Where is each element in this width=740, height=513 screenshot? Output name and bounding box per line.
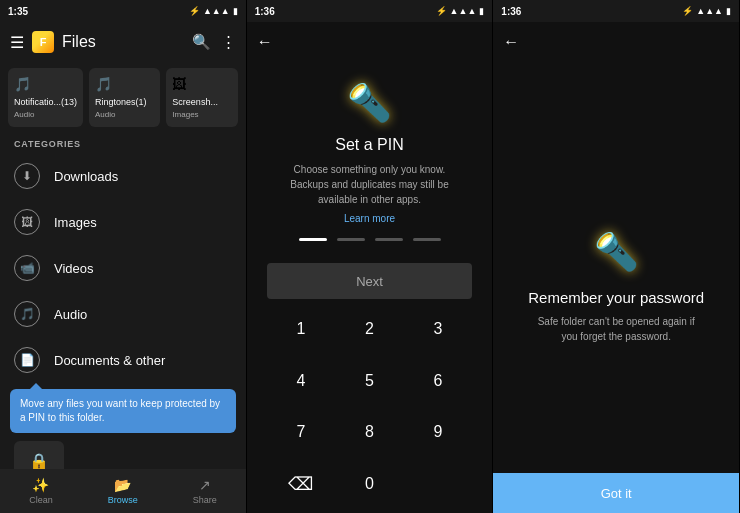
more-icon[interactable]: ⋮: [221, 33, 236, 51]
remember-trophy-icon: 🔦: [594, 231, 639, 273]
lightning-icon-p2: ⚡: [436, 6, 447, 16]
key-backspace[interactable]: ⌫: [267, 462, 336, 506]
recent-title-0: Notificatio...(13): [14, 97, 77, 107]
status-icons-p1: ⚡ ▲▲▲ ▮: [189, 6, 238, 16]
battery-icon-p2: ▮: [479, 6, 484, 16]
signal-icon-p1: ▲▲▲: [203, 6, 230, 16]
status-icons-p3: ⚡ ▲▲▲ ▮: [682, 6, 731, 16]
nav-item-audio[interactable]: 🎵 Audio: [0, 291, 246, 337]
bottom-nav-browse[interactable]: 📂 Browse: [82, 473, 164, 509]
key-empty: [404, 462, 473, 506]
status-bar-p1: 1:35 ⚡ ▲▲▲ ▮: [0, 0, 246, 22]
nav-item-images[interactable]: 🖼 Images: [0, 199, 246, 245]
download-icon: ⬇: [14, 163, 40, 189]
key-8[interactable]: 8: [335, 410, 404, 454]
panel-remember-password: 1:36 ⚡ ▲▲▲ ▮ ← 🔦 Remember your password …: [493, 0, 740, 513]
remember-password-description: Safe folder can't be opened again if you…: [536, 314, 696, 344]
status-time-p3: 1:36: [501, 6, 521, 17]
nav-label-audio: Audio: [54, 307, 87, 322]
clean-label: Clean: [29, 495, 53, 505]
key-7[interactable]: 7: [267, 410, 336, 454]
browse-icon: 📂: [114, 477, 131, 493]
set-pin-description: Choose something only you know. Backups …: [290, 162, 450, 207]
status-bar-p2: 1:36 ⚡ ▲▲▲ ▮: [247, 0, 493, 22]
images-icon: 🖼: [14, 209, 40, 235]
share-icon: ↗: [199, 477, 211, 493]
status-icons-p2: ⚡ ▲▲▲ ▮: [436, 6, 485, 16]
pin-dot-0: [299, 238, 327, 241]
app-title: Files: [62, 33, 184, 51]
status-time-p2: 1:36: [255, 6, 275, 17]
back-icon-p2[interactable]: ←: [257, 33, 273, 51]
app-logo: F: [32, 31, 54, 53]
audio-icon: 🎵: [14, 301, 40, 327]
battery-icon-p3: ▮: [726, 6, 731, 16]
back-icon-p3[interactable]: ←: [503, 33, 519, 51]
lightning-icon-p3: ⚡: [682, 6, 693, 16]
bottom-nav: ✨ Clean 📂 Browse ↗ Share: [0, 469, 246, 513]
nav-label-documents: Documents & other: [54, 353, 165, 368]
panel-files-browser: 1:35 ⚡ ▲▲▲ ▮ ☰ F Files 🔍 ⋮ 🎵 Notificatio…: [0, 0, 247, 513]
share-label: Share: [193, 495, 217, 505]
next-button[interactable]: Next: [267, 263, 473, 299]
key-0[interactable]: 0: [335, 462, 404, 506]
recents-strip: 🎵 Notificatio...(13) Audio 🎵 Ringtones(1…: [0, 62, 246, 133]
p3-body: 🔦 Remember your password Safe folder can…: [493, 62, 739, 513]
key-2[interactable]: 2: [335, 307, 404, 351]
p2-header: ←: [247, 22, 493, 62]
remember-password-title: Remember your password: [528, 289, 704, 306]
nav-item-documents[interactable]: 📄 Documents & other: [0, 337, 246, 383]
bottom-nav-share[interactable]: ↗ Share: [164, 473, 246, 509]
key-9[interactable]: 9: [404, 410, 473, 454]
status-time-p1: 1:35: [8, 6, 28, 17]
recent-item-1[interactable]: 🎵 Ringtones(1) Audio: [89, 68, 160, 127]
lightning-icon-p1: ⚡: [189, 6, 200, 16]
numpad: 1 2 3 4 5 6 7 8 9 ⌫ 0: [267, 307, 473, 513]
recent-item-2[interactable]: 🖼 Screensh... Images: [166, 68, 237, 127]
pin-dot-3: [413, 238, 441, 241]
pin-trophy-icon: 🔦: [347, 82, 392, 124]
safe-folder-tooltip: Move any files you want to keep protecte…: [10, 389, 236, 433]
key-6[interactable]: 6: [404, 359, 473, 403]
signal-icon-p2: ▲▲▲: [450, 6, 477, 16]
recent-subtitle-1: Audio: [95, 110, 154, 119]
battery-icon-p1: ▮: [233, 6, 238, 16]
recent-item-0[interactable]: 🎵 Notificatio...(13) Audio: [8, 68, 83, 127]
key-5[interactable]: 5: [335, 359, 404, 403]
nav-label-downloads: Downloads: [54, 169, 118, 184]
browse-label: Browse: [108, 495, 138, 505]
recent-title-1: Ringtones(1): [95, 97, 154, 107]
nav-item-downloads[interactable]: ⬇ Downloads: [0, 153, 246, 199]
recent-icon-1: 🎵: [95, 76, 154, 92]
video-icon: 📹: [14, 255, 40, 281]
pin-dots-row: [299, 238, 441, 241]
got-it-button[interactable]: Got it: [493, 473, 739, 513]
header-action-icons: 🔍 ⋮: [192, 33, 236, 51]
recent-icon-0: 🎵: [14, 76, 77, 92]
key-1[interactable]: 1: [267, 307, 336, 351]
nav-label-videos: Videos: [54, 261, 94, 276]
pin-dot-1: [337, 238, 365, 241]
nav-label-images: Images: [54, 215, 97, 230]
recent-title-2: Screensh...: [172, 97, 231, 107]
key-3[interactable]: 3: [404, 307, 473, 351]
pin-dot-2: [375, 238, 403, 241]
panel-set-pin: 1:36 ⚡ ▲▲▲ ▮ ← 🔦 Set a PIN Choose someth…: [247, 0, 494, 513]
document-icon: 📄: [14, 347, 40, 373]
p2-body: 🔦 Set a PIN Choose something only you kn…: [247, 62, 493, 513]
set-pin-title: Set a PIN: [335, 136, 403, 154]
nav-item-videos[interactable]: 📹 Videos: [0, 245, 246, 291]
status-bar-p3: 1:36 ⚡ ▲▲▲ ▮: [493, 0, 739, 22]
p3-header: ←: [493, 22, 739, 62]
search-icon[interactable]: 🔍: [192, 33, 211, 51]
bottom-nav-clean[interactable]: ✨ Clean: [0, 473, 82, 509]
categories-label: CATEGORIES: [0, 133, 246, 153]
learn-more-link[interactable]: Learn more: [344, 213, 395, 224]
app-header: ☰ F Files 🔍 ⋮: [0, 22, 246, 62]
key-4[interactable]: 4: [267, 359, 336, 403]
recent-icon-2: 🖼: [172, 76, 231, 92]
recent-subtitle-2: Images: [172, 110, 231, 119]
hamburger-icon[interactable]: ☰: [10, 33, 24, 52]
signal-icon-p3: ▲▲▲: [696, 6, 723, 16]
clean-icon: ✨: [32, 477, 49, 493]
